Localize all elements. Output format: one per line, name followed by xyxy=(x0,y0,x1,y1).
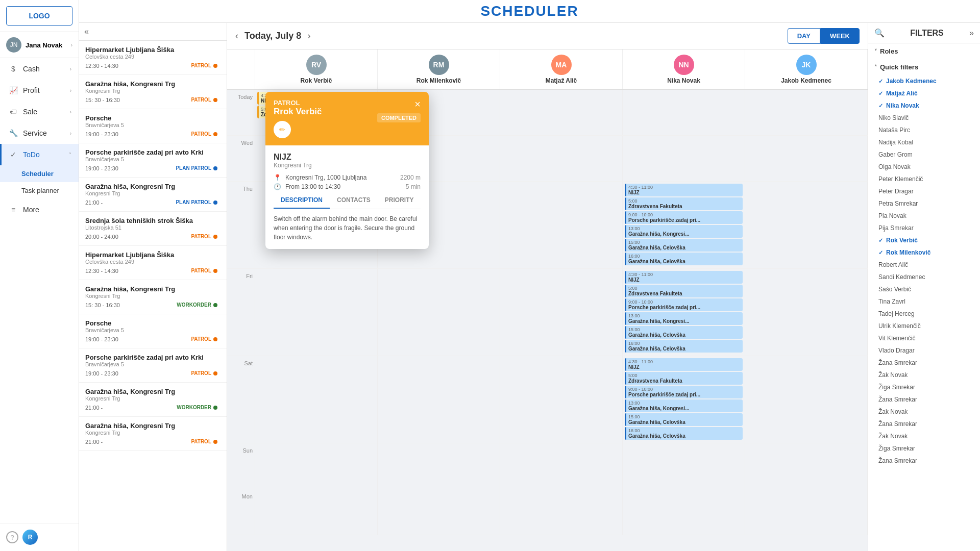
day-col[interactable] xyxy=(623,136,745,181)
work-order-item[interactable]: Garažna hiša, Kongresni Trg Kongresni Tr… xyxy=(79,75,227,109)
filter-person-item[interactable]: Ulrik Klemenčič xyxy=(868,320,980,332)
event-block[interactable]: 9:00 - 10:00Porsche parkirišče zadaj pri… xyxy=(625,386,743,398)
work-order-item[interactable]: Porsche Bravničarjeva 5 19:00 - 23:30 PA… xyxy=(79,314,227,348)
nav-item-sale[interactable]: 🏷 Sale › xyxy=(0,101,79,122)
filter-person-item[interactable]: Gaber Grom xyxy=(868,148,980,161)
prev-date-button[interactable]: ‹ xyxy=(235,31,238,41)
day-col[interactable] xyxy=(500,489,623,535)
filter-person-item[interactable]: ✓Rok Milenkovič xyxy=(868,246,980,259)
day-col[interactable] xyxy=(255,356,378,443)
filter-person-item[interactable]: Žak Novak xyxy=(868,369,980,381)
day-col[interactable] xyxy=(745,443,868,489)
day-col[interactable] xyxy=(745,489,868,535)
filter-person-item[interactable]: Žana Smrekar xyxy=(868,418,980,430)
day-col[interactable]: 4:30 - 11:00NIJZ5:00Zdravstvena Fakultet… xyxy=(623,182,745,268)
day-col[interactable] xyxy=(378,356,500,443)
filter-person-item[interactable]: Peter Klemenčič xyxy=(868,173,980,185)
filter-person-item[interactable]: Žana Smrekar xyxy=(868,357,980,369)
event-block[interactable]: 9:00 - 10:00Porsche parkirišče zadaj pri… xyxy=(625,211,743,224)
popup-tab-contacts[interactable]: CONTACTS xyxy=(330,192,378,209)
event-block[interactable]: 13:00Garažna hiša, Kongresi... xyxy=(625,312,743,325)
event-block[interactable]: 13:00Garažna hiša, Kongresi... xyxy=(625,399,743,412)
user-area[interactable]: JN Jana Novak › xyxy=(0,32,79,58)
popup-tab-description[interactable]: DESCRIPTION xyxy=(274,192,330,209)
filter-person-item[interactable]: ✓Nika Novak xyxy=(868,99,980,112)
event-block[interactable]: 16:00Garažna hiša, Celovška xyxy=(625,253,743,265)
event-block[interactable]: 15:00Garažna hiša, Celovška xyxy=(625,326,743,339)
nav-sub-task-planner[interactable]: Task planner xyxy=(0,182,79,199)
day-col[interactable] xyxy=(745,90,868,135)
popup-edit-button[interactable]: ✏ xyxy=(274,121,291,138)
filter-person-item[interactable]: Nadija Kobal xyxy=(868,136,980,148)
work-order-item[interactable]: Hipermarket Ljubljana Šiška Celovška ces… xyxy=(79,41,227,75)
popup-close-button[interactable]: × xyxy=(414,99,421,109)
help-icon[interactable]: ? xyxy=(6,531,18,543)
filter-person-item[interactable]: Žana Smrekar xyxy=(868,393,980,406)
nav-item-profit[interactable]: 📈 Profit › xyxy=(0,80,79,101)
event-block[interactable]: 4:30 - 11:00NIJZ xyxy=(625,271,743,284)
day-col[interactable] xyxy=(500,182,623,268)
filter-person-item[interactable]: Sašo Verbič xyxy=(868,283,980,295)
filter-person-item[interactable]: Nataša Pirc xyxy=(868,124,980,136)
filter-person-item[interactable]: Tadej Herceg xyxy=(868,308,980,320)
filter-person-item[interactable]: Žiga Smrekar xyxy=(868,381,980,393)
day-col[interactable] xyxy=(378,489,500,535)
day-col[interactable] xyxy=(500,443,623,489)
filter-quickfilters-toggle[interactable]: ˄ Quick filters xyxy=(874,63,974,71)
event-block[interactable]: 4:30 - 11:00NIJZ xyxy=(625,184,743,196)
filter-person-item[interactable]: Robert Alič xyxy=(868,259,980,271)
filter-person-item[interactable]: ✓Matjaž Alič xyxy=(868,87,980,99)
day-col[interactable] xyxy=(745,136,868,181)
filter-person-item[interactable]: ✓Rok Verbič xyxy=(868,234,980,246)
work-order-item[interactable]: Garažna hiša, Kongresni Trg Kongresni Tr… xyxy=(79,417,227,451)
event-block[interactable]: 5:00Zdravstvena Fakulteta xyxy=(625,372,743,385)
popup-tab-priority[interactable]: PRIORITY xyxy=(378,192,421,209)
day-col[interactable] xyxy=(623,443,745,489)
event-block[interactable]: 5:00Zdravstvena Fakulteta xyxy=(625,197,743,210)
day-view-button[interactable]: DAY xyxy=(788,28,820,44)
day-col[interactable] xyxy=(378,269,500,356)
filter-person-item[interactable]: Peter Dragar xyxy=(868,185,980,197)
work-order-item[interactable]: Srednja šola tehniških strok Šiška Litos… xyxy=(79,212,227,246)
filter-person-item[interactable]: Pija Smrekar xyxy=(868,222,980,234)
filter-person-item[interactable]: Žiga Smrekar xyxy=(868,442,980,455)
work-order-item[interactable]: Porsche parkirišče zadaj pri avto Krki B… xyxy=(79,348,227,383)
filter-person-item[interactable]: Vlado Dragar xyxy=(868,344,980,357)
filter-person-item[interactable]: Vit Klemenčič xyxy=(868,332,980,344)
day-col[interactable] xyxy=(623,489,745,535)
filter-person-item[interactable]: Žak Novak xyxy=(868,406,980,418)
day-col[interactable]: 4:30 - 11:00NIJZ5:00Zdravstvena Fakultet… xyxy=(623,356,745,443)
day-col[interactable] xyxy=(255,443,378,489)
event-block[interactable]: 15:00Garažna hiša, Celovška xyxy=(625,413,743,426)
nav-sub-scheduler[interactable]: Scheduler xyxy=(0,165,79,182)
day-col[interactable] xyxy=(500,356,623,443)
collapse-right-button[interactable]: » xyxy=(969,29,974,38)
week-view-button[interactable]: WEEK xyxy=(820,28,860,44)
event-block[interactable]: 16:00Garažna hiša, Celovška xyxy=(625,340,743,353)
day-col[interactable] xyxy=(745,269,868,356)
filter-person-item[interactable]: Olga Novak xyxy=(868,161,980,173)
filter-person-item[interactable]: Niko Slavič xyxy=(868,112,980,124)
event-block[interactable]: 13:00Garažna hiša, Kongresi... xyxy=(625,225,743,238)
day-col[interactable] xyxy=(255,489,378,535)
work-order-item[interactable]: Garažna hiša, Kongresni Trg Kongresni Tr… xyxy=(79,178,227,212)
work-order-item[interactable]: Hipermarket Ljubljana Šiška Celovška ces… xyxy=(79,246,227,280)
collapse-work-orders-button[interactable]: « xyxy=(84,27,89,36)
day-col[interactable]: 4:30 - 11:00NIJZ5:00Zdravstvena Fakultet… xyxy=(623,269,745,356)
day-col[interactable] xyxy=(378,443,500,489)
day-col[interactable] xyxy=(500,90,623,135)
event-block[interactable]: 16:00Garažna hiša, Celovška xyxy=(625,427,743,440)
day-col[interactable] xyxy=(500,136,623,181)
filter-roles-toggle[interactable]: ˅ Roles xyxy=(874,47,974,55)
day-col[interactable] xyxy=(255,269,378,356)
nav-item-todo[interactable]: ✓ ToDo ˅ xyxy=(0,144,79,165)
work-order-item[interactable]: Garažna hiša, Kongresni Trg Kongresni Tr… xyxy=(79,383,227,417)
filter-person-item[interactable]: Žak Novak xyxy=(868,430,980,442)
event-popup[interactable]: PATROL Rrok Verbič ✏ × COMPLETED NIJZ Ko… xyxy=(265,92,429,249)
nav-item-cash[interactable]: $ Cash › xyxy=(0,58,79,80)
filter-person-item[interactable]: Tina Zavrl xyxy=(868,295,980,308)
event-block[interactable]: 5:00Zdravstvena Fakulteta xyxy=(625,285,743,297)
filter-person-item[interactable]: Petra Smrekar xyxy=(868,197,980,210)
next-date-button[interactable]: › xyxy=(307,31,310,41)
filter-person-item[interactable]: Žana Smrekar xyxy=(868,455,980,467)
